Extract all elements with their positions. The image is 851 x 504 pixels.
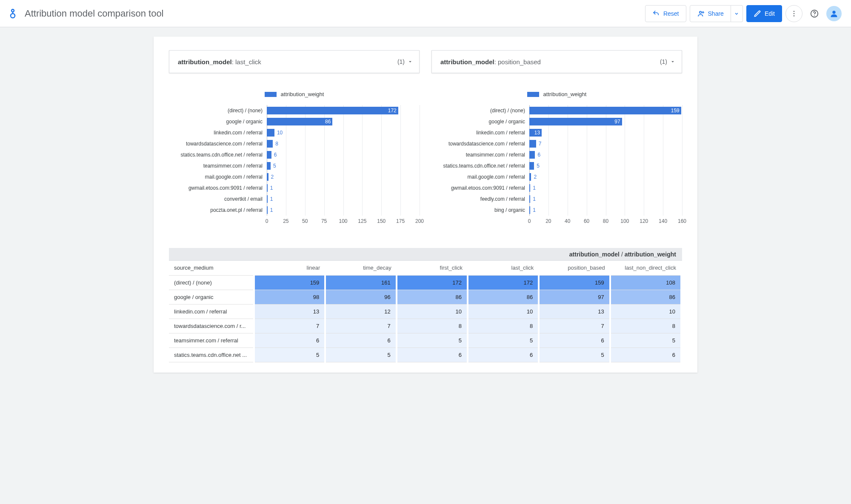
filter-count-left: (1)	[397, 58, 405, 65]
bar-category-label: mail.google.com / referral	[431, 171, 529, 182]
table-cell[interactable]: 13	[254, 304, 325, 319]
filter-value-right: position_based	[498, 58, 541, 65]
table-cell[interactable]: 10	[397, 304, 468, 319]
bar[interactable]	[529, 206, 530, 214]
table-cell[interactable]: 6	[325, 333, 396, 347]
bar[interactable]	[529, 140, 536, 148]
share-button[interactable]: Share	[690, 5, 731, 22]
table-cell[interactable]: 5	[539, 347, 610, 362]
table-cell[interactable]: 5	[325, 347, 396, 362]
table-cell[interactable]: 96	[325, 290, 396, 304]
filter-count-right: (1)	[660, 58, 667, 65]
bar-category-label: gwmail.etoos.com:9091 / referral	[431, 182, 529, 194]
table-cell[interactable]: 10	[468, 304, 539, 319]
svg-point-7	[814, 15, 815, 16]
filter-card-right[interactable]: attribution_model: position_based (1)	[431, 50, 682, 73]
bar[interactable]	[267, 151, 271, 159]
table-cell[interactable]: 8	[468, 319, 539, 333]
bar[interactable]	[267, 129, 274, 137]
table-cell[interactable]: 5	[610, 333, 681, 347]
table-cell[interactable]: 172	[397, 275, 468, 290]
filter-card-left[interactable]: attribution_model: last_click (1)	[169, 50, 420, 73]
table-cell[interactable]: 159	[539, 275, 610, 290]
table-column-header[interactable]: first_click	[397, 261, 468, 275]
table-cell[interactable]: 86	[610, 290, 681, 304]
table-cell[interactable]: 98	[254, 290, 325, 304]
svg-point-4	[794, 13, 795, 14]
table-cell[interactable]: 6	[468, 347, 539, 362]
table-cell[interactable]: 10	[610, 304, 681, 319]
pivot-table: attribution_model / attribution_weight s…	[169, 248, 682, 362]
table-cell[interactable]: 8	[397, 319, 468, 333]
x-tick: 160	[678, 218, 686, 224]
reset-button[interactable]: Reset	[645, 5, 686, 22]
bar[interactable]: 159	[529, 107, 681, 114]
x-tick: 150	[377, 218, 386, 224]
table-cell[interactable]: 86	[468, 290, 539, 304]
bar-category-label: teamsimmer.com / referral	[169, 160, 267, 171]
bar[interactable]	[529, 195, 530, 203]
bar[interactable]	[529, 162, 534, 170]
more-vertical-icon	[790, 10, 798, 17]
table-cell[interactable]: 6	[610, 347, 681, 362]
table-cell[interactable]: 108	[610, 275, 681, 290]
bar[interactable]	[267, 140, 273, 148]
legend-swatch-icon	[265, 92, 277, 97]
table-cell[interactable]: 5	[254, 347, 325, 362]
svg-point-0	[11, 9, 14, 12]
bar[interactable]	[529, 184, 530, 192]
table-cell[interactable]: 161	[325, 275, 396, 290]
table-cell[interactable]: 97	[539, 290, 610, 304]
table-row-label: linkedin.com / referral	[169, 304, 254, 319]
svg-point-2	[699, 11, 701, 13]
more-options-button[interactable]	[785, 5, 802, 22]
table-cell[interactable]: 13	[539, 304, 610, 319]
bar[interactable]	[267, 173, 268, 181]
bar[interactable]: 97	[529, 118, 622, 125]
chart-legend: attribution_weight	[169, 91, 420, 97]
bar[interactable]: 86	[267, 118, 332, 125]
table-cell[interactable]: 6	[254, 333, 325, 347]
table-column-header[interactable]: linear	[254, 261, 325, 275]
table-cell[interactable]: 86	[397, 290, 468, 304]
legend-swatch-icon	[527, 92, 539, 97]
help-icon	[810, 9, 819, 18]
user-avatar[interactable]	[826, 6, 842, 21]
table-cell[interactable]: 159	[254, 275, 325, 290]
bar[interactable]	[529, 173, 531, 181]
table-cell[interactable]: 7	[539, 319, 610, 333]
table-cell[interactable]: 6	[539, 333, 610, 347]
table-column-header[interactable]: last_click	[468, 261, 539, 275]
bar-category-label: statics.teams.cdn.office.net / referral	[169, 149, 267, 160]
table-cell[interactable]: 7	[325, 319, 396, 333]
share-dropdown-button[interactable]	[731, 5, 743, 22]
bar-category-label: mail.google.com / referral	[169, 171, 267, 182]
bar[interactable]	[529, 151, 535, 159]
table-cell[interactable]: 5	[397, 333, 468, 347]
page-title: Attribution model comparison tool	[25, 8, 164, 19]
help-button[interactable]	[806, 5, 823, 22]
table-cell[interactable]: 5	[468, 333, 539, 347]
table-cell[interactable]: 7	[254, 319, 325, 333]
table-cell[interactable]: 8	[610, 319, 681, 333]
table-row: (direct) / (none)159161172172159108	[169, 275, 681, 290]
table-column-header[interactable]: position_based	[539, 261, 610, 275]
bar-chart-right: attribution_weight (direct) / (none)goog…	[431, 91, 682, 227]
bar[interactable]: 172	[267, 107, 398, 114]
table-column-header[interactable]: last_non_direct_click	[610, 261, 681, 275]
table-column-header[interactable]: time_decay	[325, 261, 396, 275]
bar[interactable]	[267, 162, 271, 170]
bar-category-label: statics.teams.cdn.office.net / referral	[431, 160, 529, 171]
bar[interactable]	[267, 206, 268, 214]
table-cell[interactable]: 172	[468, 275, 539, 290]
edit-button[interactable]: Edit	[746, 5, 782, 22]
x-tick: 175	[396, 218, 405, 224]
bar-category-label: towardsdatascience.com / referral	[431, 138, 529, 149]
x-tick: 0	[528, 218, 531, 224]
bar[interactable]: 13	[529, 129, 542, 137]
table-cell[interactable]: 6	[397, 347, 468, 362]
table-cell[interactable]: 12	[325, 304, 396, 319]
bar[interactable]	[267, 184, 268, 192]
bar[interactable]	[267, 195, 268, 203]
chevron-down-icon	[407, 59, 413, 65]
